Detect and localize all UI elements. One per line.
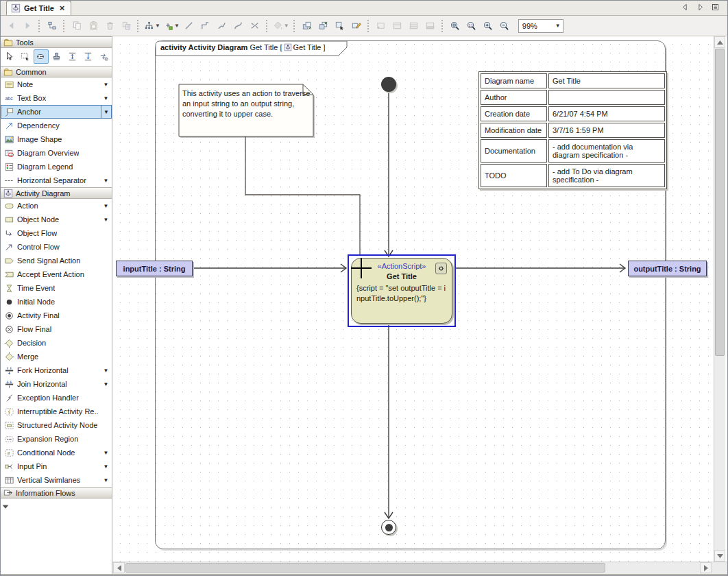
horizontal-scrollbar-thumb[interactable] xyxy=(125,563,605,573)
chevron-down-icon[interactable]: ▼ xyxy=(101,178,111,184)
paste-duplicate-icon xyxy=(121,21,132,31)
chevron-down-icon[interactable]: ▼ xyxy=(101,106,111,118)
chevron-down-icon[interactable]: ▼ xyxy=(101,95,111,101)
chevron-down-icon[interactable]: ▼ xyxy=(101,217,111,223)
palette-item-diagram-legend[interactable]: Diagram Legend xyxy=(1,160,112,173)
diagram-info-table[interactable]: Diagram nameGet TitleAuthor Creation dat… xyxy=(478,71,667,189)
zoom-in-button[interactable] xyxy=(480,18,496,34)
line-curved-button[interactable] xyxy=(230,18,247,34)
stamp-tool-button[interactable] xyxy=(49,49,64,64)
palette-item-text-box[interactable]: abcText Box▼ xyxy=(1,91,112,105)
line-crossing-button[interactable] xyxy=(247,18,263,34)
marquee-select-tool-button[interactable] xyxy=(18,49,33,64)
output-parameter-node[interactable]: outputTitle : String xyxy=(628,261,707,276)
palette-item-structured-activity-node[interactable]: Structured Activity Node xyxy=(1,418,112,432)
line-straight-button[interactable] xyxy=(181,18,197,34)
action-node-get-title[interactable]: «ActionScript» Get Title {script = "set … xyxy=(351,258,452,324)
scroll-left-button[interactable] xyxy=(113,562,125,573)
palette-item-time-event[interactable]: Time Event xyxy=(1,281,112,295)
vertical-distribute-tool-button[interactable] xyxy=(64,49,80,64)
chevron-down-icon[interactable]: ▼ xyxy=(101,477,111,483)
chevron-down-icon[interactable]: ▼ xyxy=(101,450,111,456)
palette-item-label: Object Flow xyxy=(17,229,57,237)
palette-section-common[interactable]: Common xyxy=(1,66,112,77)
pointer-tool-button[interactable] xyxy=(2,49,17,64)
palette-item-anchor[interactable]: Anchor▼ xyxy=(1,105,112,119)
note-comment[interactable]: This activity uses an action to traverse… xyxy=(182,88,311,119)
chevron-down-icon[interactable]: ▼ xyxy=(101,82,111,88)
palette-item-dependency[interactable]: Dependency xyxy=(1,119,112,132)
palette-item-vertical-swimlanes[interactable]: Vertical Swimlanes▼ xyxy=(1,473,112,487)
tab-list-button[interactable] xyxy=(710,2,720,12)
oval-select-tool-button[interactable] xyxy=(34,49,49,64)
swap-elements-tool-button[interactable] xyxy=(96,49,111,64)
bring-to-front-button[interactable] xyxy=(299,18,315,34)
palette-item-merge[interactable]: Merge xyxy=(1,350,112,363)
expansion-region-icon xyxy=(4,434,14,444)
palette-expander-icon[interactable] xyxy=(1,499,112,512)
containment-tree-button[interactable] xyxy=(44,18,60,34)
note-icon xyxy=(4,80,14,90)
palette-item-expansion-region[interactable]: Expansion Region xyxy=(1,432,112,446)
palette-item-accept-event-action[interactable]: Accept Event Action xyxy=(1,267,112,281)
palette-item-control-flow[interactable]: Control Flow xyxy=(1,240,112,254)
edit-shape-button[interactable] xyxy=(348,18,365,34)
vertical-scrollbar-thumb[interactable] xyxy=(715,49,725,356)
palette-section-activity-diagram[interactable]: Activity Diagram xyxy=(1,187,112,199)
send-to-back-button[interactable] xyxy=(315,18,332,34)
line-rectilinear-button[interactable] xyxy=(197,18,214,34)
add-related-button[interactable]: ▼ xyxy=(162,18,181,34)
scroll-down-button[interactable] xyxy=(714,550,725,562)
chevron-down-icon[interactable]: ▼ xyxy=(101,368,111,374)
chevron-down-icon[interactable]: ▼ xyxy=(101,381,111,387)
object-flow-icon xyxy=(4,228,14,239)
chevron-down-icon[interactable]: ▼ xyxy=(101,203,111,209)
palette-item-send-signal-action[interactable]: Send Signal Action xyxy=(1,254,112,267)
diagram-canvas[interactable]: activity Activity Diagram Get Title [Get… xyxy=(112,36,714,562)
zoom-level-select[interactable]: 99% ▼ xyxy=(518,19,563,33)
horizontal-scrollbar[interactable] xyxy=(112,562,727,574)
palette-item-exception-handler[interactable]: Exception Handler xyxy=(1,391,112,405)
palette-item-conditional-node[interactable]: ifConditional Node▼ xyxy=(1,446,112,459)
select-related-button[interactable] xyxy=(332,18,348,34)
palette-item-input-pin[interactable]: Input Pin▼ xyxy=(1,459,112,473)
palette-section-tools[interactable]: Tools xyxy=(1,36,112,48)
zoom-region-button[interactable] xyxy=(447,18,463,34)
quick-layout-button[interactable]: ▼ xyxy=(143,18,162,34)
palette-item-join-horizontal[interactable]: Join Horizontal▼ xyxy=(1,377,112,391)
activity-final-node[interactable] xyxy=(381,520,396,535)
palette-item-note[interactable]: Note▼ xyxy=(1,77,112,91)
compartment-a-button xyxy=(389,18,406,34)
palette-item-interruptible-activity-re-[interactable]: Interruptible Activity Re... xyxy=(1,405,112,418)
zoom-1-1-button[interactable]: 1:1 xyxy=(463,18,480,34)
palette-item-horizontal-separator[interactable]: Horizontal Separator▼ xyxy=(1,173,112,187)
palette-item-initial-node[interactable]: Initial Node xyxy=(1,295,112,309)
close-icon[interactable]: × xyxy=(60,5,65,12)
chevron-down-icon[interactable]: ▼ xyxy=(101,464,111,470)
zoom-out-button[interactable] xyxy=(496,18,513,34)
palette-item-action[interactable]: Action▼ xyxy=(1,199,112,213)
palette-item-object-flow[interactable]: Object Flow xyxy=(1,226,112,240)
palette-item-activity-final[interactable]: Activity Final xyxy=(1,309,112,322)
frame-header[interactable]: activity Activity Diagram Get Title [Get… xyxy=(160,43,326,51)
object-node-icon xyxy=(4,215,14,225)
palette-item-object-node[interactable]: Object Node▼ xyxy=(1,213,112,226)
gear-icon[interactable] xyxy=(435,263,447,274)
palette-section-information-flows[interactable]: Information Flows xyxy=(1,487,112,499)
palette-item-flow-final[interactable]: Flow Final xyxy=(1,322,112,336)
initial-node[interactable] xyxy=(381,77,396,92)
line-oblique-button[interactable] xyxy=(214,18,230,34)
tab-get-title[interactable]: Get Title × xyxy=(6,1,71,15)
copy-icon xyxy=(72,21,82,31)
palette-item-decision[interactable]: Decision xyxy=(1,336,112,350)
input-parameter-node[interactable]: inputTitle : String xyxy=(116,261,193,276)
palette-item-fork-horizontal[interactable]: Fork Horizontal▼ xyxy=(1,363,112,377)
scroll-up-button[interactable] xyxy=(714,36,725,48)
next-tab-button[interactable] xyxy=(695,2,705,12)
prev-tab-button[interactable] xyxy=(680,2,690,12)
match-size-tool-button[interactable] xyxy=(80,49,95,64)
vertical-scrollbar[interactable] xyxy=(714,36,725,562)
scroll-right-button[interactable] xyxy=(700,562,712,573)
palette-item-diagram-overview[interactable]: Diagram Overview xyxy=(1,146,112,160)
palette-item-image-shape[interactable]: Image Shape xyxy=(1,132,112,146)
